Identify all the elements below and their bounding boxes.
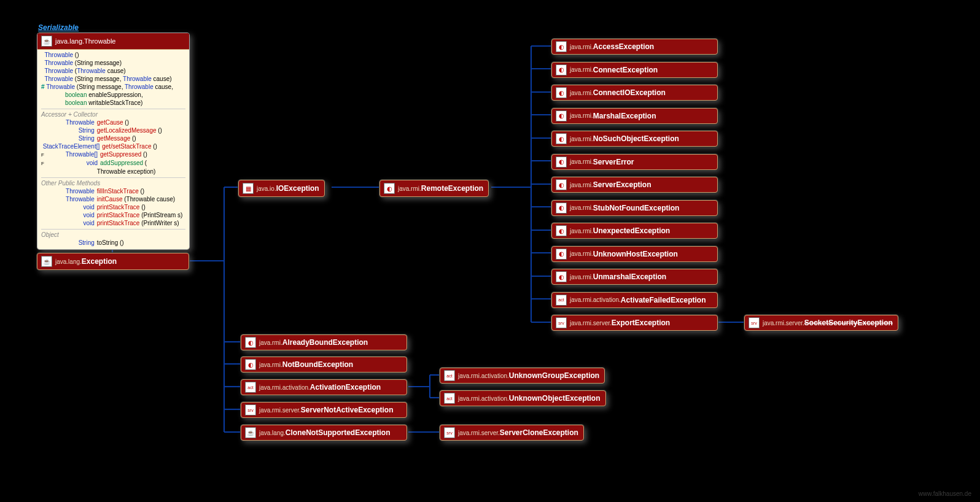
class-unknowngroupexception[interactable]: act java.rmi.activation. UnknownGroupExc… xyxy=(440,368,605,384)
pkg: java.rmi. xyxy=(570,158,593,165)
rmi-icon: ◐ xyxy=(556,64,567,75)
cls: MarshalException xyxy=(593,112,656,120)
cls: StubNotFoundException xyxy=(593,204,680,212)
pkg: java.rmi. xyxy=(570,228,593,234)
class-alreadyboundexception[interactable]: ◐ java.rmi. AlreadyBoundException xyxy=(241,334,407,350)
class-stubnotfoundexception[interactable]: ◐java.rmi.StubNotFoundException xyxy=(551,200,718,216)
act-icon: act xyxy=(556,295,567,306)
cls: UnknownObjectException xyxy=(509,394,601,403)
pkg: java.rmi.activation. xyxy=(458,395,509,402)
pkg: java.rmi. xyxy=(570,274,593,280)
class-nosuchobjectexception[interactable]: ◐java.rmi.NoSuchObjectException xyxy=(551,131,718,147)
act-icon: act xyxy=(444,393,455,404)
cls: RemoteException xyxy=(421,184,483,193)
pkg: java.rmi. xyxy=(570,90,593,96)
rmi-icon: ◐ xyxy=(556,225,567,236)
throwable-body: Throwable () Throwable (String message) … xyxy=(37,50,189,249)
pkg: java.rmi.server. xyxy=(259,407,301,414)
pkg: java.rmi.activation. xyxy=(570,296,621,303)
pkg: java.rmi. xyxy=(259,361,282,368)
rmi-icon: ◐ xyxy=(556,110,567,122)
cls: ServerException xyxy=(593,180,651,189)
class-unknownhostexception[interactable]: ◐java.rmi.UnknownHostException xyxy=(551,246,718,262)
class-unmarshalexception[interactable]: ◐java.rmi.UnmarshalException xyxy=(551,269,718,285)
rmi-icon: ◐ xyxy=(556,41,567,52)
cls: UnknownGroupException xyxy=(509,371,599,380)
cls: NotBoundException xyxy=(282,360,353,369)
class-servernotactiveexception[interactable]: srv java.rmi.server. ServerNotActiveExce… xyxy=(241,402,407,418)
rmi-icon: ◐ xyxy=(556,133,567,144)
srv-icon: srv xyxy=(556,317,567,328)
class-accessexception[interactable]: ◐java.rmi.AccessException xyxy=(551,39,718,55)
cls: UnknownHostException xyxy=(593,250,678,258)
cls: CloneNotSupportedException xyxy=(286,428,391,437)
rmi-icon: ◐ xyxy=(556,179,567,190)
act-icon: act xyxy=(444,370,455,381)
class-socketsecurityexception[interactable]: srv java.rmi.server. SocketSecurityExcep… xyxy=(744,315,898,331)
srv-icon: srv xyxy=(749,317,760,328)
class-exception[interactable]: ☕ java.lang. Exception xyxy=(37,253,189,270)
pkg: java.io. xyxy=(257,185,276,192)
act-icon: act xyxy=(245,382,256,393)
cls: AlreadyBoundException xyxy=(282,338,368,347)
rmi-icon: ◐ xyxy=(556,271,567,282)
rmi-icon: ◐ xyxy=(245,359,256,370)
pkg: java.rmi.server. xyxy=(570,320,612,326)
cls: IOException xyxy=(276,184,319,193)
java-cup-icon: ☕ xyxy=(41,256,52,267)
class-unexpectedexception[interactable]: ◐java.rmi.UnexpectedException xyxy=(551,223,718,239)
pkg: java.rmi. xyxy=(570,136,593,142)
class-unknownobjectexception[interactable]: act java.rmi.activation. UnknownObjectEx… xyxy=(440,390,606,406)
pkg: java.rmi.server. xyxy=(458,430,500,436)
pkg: java.rmi.activation. xyxy=(458,373,509,379)
disk-icon: ▦ xyxy=(243,183,254,194)
cls: UnmarshalException xyxy=(593,272,666,281)
interface-serializable[interactable]: Serializable xyxy=(38,23,79,32)
cls: AccessException xyxy=(593,42,654,51)
throwable-pkg: java.lang. xyxy=(55,37,84,45)
pkg: java.lang. xyxy=(259,430,286,436)
cls: ConnectException xyxy=(593,66,658,74)
cls: ServerNotActiveException xyxy=(301,406,394,414)
class-activatefailedexception[interactable]: actjava.rmi.activation.ActivateFailedExc… xyxy=(551,292,718,308)
cls: ExportException xyxy=(612,319,670,327)
srv-icon: srv xyxy=(245,404,256,415)
rmi-icon: ◐ xyxy=(556,249,567,260)
rmi-icon: ◐ xyxy=(384,183,395,194)
srv-icon: srv xyxy=(444,427,455,438)
throwable-cls: Throwable xyxy=(84,37,115,45)
cls: Exception xyxy=(82,257,117,266)
throwable-title: ☕ java.lang. Throwable xyxy=(37,33,189,50)
pkg: java.rmi.server. xyxy=(763,320,804,326)
cls: ActivateFailedException xyxy=(621,296,706,304)
class-connectexception[interactable]: ◐java.rmi.ConnectException xyxy=(551,62,718,78)
class-remoteexception[interactable]: ◐ java.rmi. RemoteException xyxy=(379,180,489,197)
class-servererror[interactable]: ◐java.rmi.ServerError xyxy=(551,154,718,170)
pkg: java.rmi. xyxy=(570,204,593,211)
pkg: java.rmi. xyxy=(570,66,593,73)
class-exportexception[interactable]: srvjava.rmi.server.ExportException xyxy=(551,315,718,331)
pkg: java.rmi. xyxy=(259,339,282,346)
class-connectioexception[interactable]: ◐java.rmi.ConnectIOException xyxy=(551,85,718,101)
cls: SocketSecurityException xyxy=(804,319,893,327)
class-clonenotsupportedexception[interactable]: ☕ java.lang. CloneNotSupportedException xyxy=(241,425,407,441)
cls: ServerError xyxy=(593,158,634,166)
pkg: java.rmi.activation. xyxy=(259,384,310,391)
cls: ServerCloneException xyxy=(500,428,578,437)
pkg: java.rmi. xyxy=(570,182,593,188)
class-throwable-box[interactable]: ☕ java.lang. Throwable Throwable () Thro… xyxy=(37,33,190,250)
cls: ConnectIOException xyxy=(593,88,666,97)
class-notboundexception[interactable]: ◐ java.rmi. NotBoundException xyxy=(241,357,407,373)
pkg: java.rmi. xyxy=(570,250,593,257)
class-activationexception[interactable]: act java.rmi.activation. ActivationExcep… xyxy=(241,379,407,395)
cls: UnexpectedException xyxy=(593,226,670,235)
rmi-icon: ◐ xyxy=(556,87,567,98)
java-cup-icon: ☕ xyxy=(41,36,52,47)
class-servercloneexception[interactable]: srv java.rmi.server. ServerCloneExceptio… xyxy=(440,425,584,441)
rmi-icon: ◐ xyxy=(556,203,567,214)
class-marshalexception[interactable]: ◐java.rmi.MarshalException xyxy=(551,108,718,124)
pkg: java.lang. xyxy=(55,258,82,265)
class-serverexception[interactable]: ◐java.rmi.ServerException xyxy=(551,177,718,193)
footer-credit: www.falkhausen.de xyxy=(919,490,971,497)
class-ioexception[interactable]: ▦ java.io. IOException xyxy=(238,180,325,197)
